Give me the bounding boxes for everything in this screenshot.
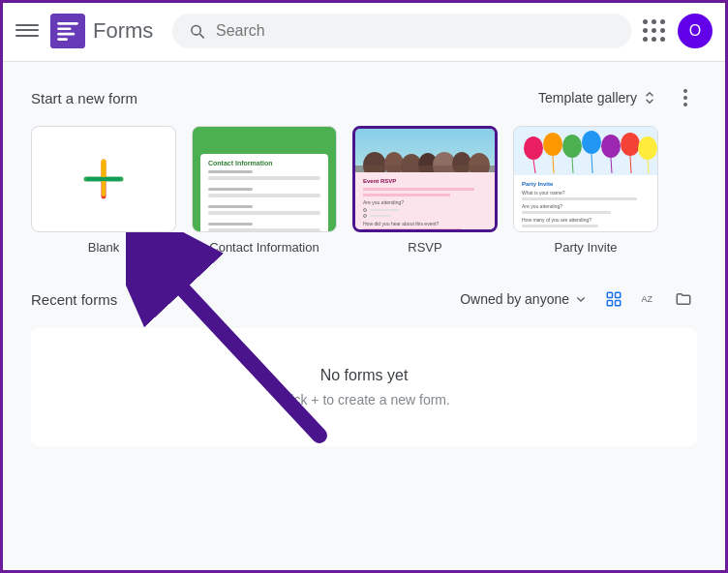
grid-view-button[interactable] bbox=[600, 286, 627, 313]
svg-rect-0 bbox=[50, 14, 85, 48]
rsvp-thumb: Event RSVP Are you attending? How did yo… bbox=[352, 126, 498, 232]
party-balloons-area bbox=[514, 127, 657, 175]
plus-icon bbox=[80, 156, 127, 202]
balloons-svg bbox=[514, 127, 657, 175]
svg-rect-38 bbox=[607, 301, 612, 306]
contact-label: Contact Information bbox=[209, 240, 318, 255]
header-right: O bbox=[643, 14, 713, 48]
contact-thumb: Contact Information bbox=[192, 126, 337, 232]
template-gallery-label: Template gallery bbox=[538, 90, 637, 106]
owner-filter-button[interactable]: Owned by anyone bbox=[460, 291, 589, 307]
view-toggle: AZ bbox=[600, 286, 697, 313]
folder-view-button[interactable] bbox=[670, 286, 697, 313]
blank-thumb bbox=[31, 126, 176, 232]
template-card-blank[interactable]: Blank bbox=[31, 126, 176, 255]
svg-point-24 bbox=[562, 135, 582, 158]
svg-rect-3 bbox=[57, 32, 75, 35]
party-label: Party Invite bbox=[554, 240, 617, 255]
svg-point-22 bbox=[543, 133, 562, 156]
svg-point-28 bbox=[601, 135, 621, 158]
folder-icon bbox=[675, 290, 692, 308]
recent-forms-title: Recent forms bbox=[31, 291, 117, 308]
templates-section-header: Start a new form Template gallery bbox=[31, 85, 697, 110]
forms-logo-icon bbox=[50, 14, 85, 48]
svg-text:AZ: AZ bbox=[642, 294, 653, 304]
logo-text: Forms bbox=[93, 18, 153, 44]
svg-rect-36 bbox=[607, 292, 612, 297]
template-cards-row: Blank Contact Information Contact Inform… bbox=[31, 126, 697, 255]
template-card-contact[interactable]: Contact Information Contact Information bbox=[192, 126, 337, 255]
svg-rect-1 bbox=[57, 22, 78, 25]
svg-point-20 bbox=[524, 136, 543, 160]
search-input[interactable] bbox=[216, 22, 616, 40]
template-gallery-button[interactable]: Template gallery bbox=[531, 85, 666, 110]
chevron-up-down-icon bbox=[641, 89, 658, 106]
rsvp-photo-svg bbox=[355, 129, 495, 172]
empty-state: No forms yet Click + to create a new for… bbox=[31, 328, 697, 446]
svg-point-26 bbox=[582, 131, 601, 154]
empty-state-subtitle: Click + to create a new form. bbox=[278, 392, 450, 407]
templates-title: Start a new form bbox=[31, 90, 137, 106]
svg-rect-4 bbox=[57, 38, 68, 41]
search-icon bbox=[188, 21, 206, 41]
search-bar[interactable] bbox=[172, 14, 631, 48]
svg-point-32 bbox=[638, 136, 657, 160]
app-header: Forms O bbox=[0, 0, 728, 62]
party-form-content: Party Invite What is your name? Are you … bbox=[514, 175, 657, 231]
avatar[interactable]: O bbox=[678, 14, 713, 48]
svg-rect-39 bbox=[616, 301, 621, 306]
sort-az-icon: AZ bbox=[640, 290, 657, 308]
logo-area: Forms bbox=[50, 14, 153, 48]
template-card-party[interactable]: Party Invite What is your name? Are you … bbox=[513, 126, 658, 255]
dropdown-arrow-icon bbox=[573, 291, 589, 307]
rsvp-image bbox=[355, 129, 495, 172]
svg-rect-18 bbox=[355, 166, 495, 172]
apps-grid-icon[interactable] bbox=[643, 19, 666, 43]
rsvp-label: RSVP bbox=[408, 240, 441, 255]
main-content: Start a new form Template gallery bbox=[0, 62, 728, 573]
blank-label: Blank bbox=[88, 240, 120, 255]
empty-state-title: No forms yet bbox=[320, 367, 409, 384]
svg-point-30 bbox=[621, 133, 640, 156]
more-options-icon[interactable] bbox=[674, 86, 697, 109]
recent-forms-header: Recent forms Owned by anyone bbox=[31, 286, 697, 313]
rsvp-form-content: Event RSVP Are you attending? How did yo… bbox=[355, 172, 495, 232]
template-card-rsvp[interactable]: Event RSVP Are you attending? How did yo… bbox=[352, 126, 498, 255]
party-thumb: Party Invite What is your name? Are you … bbox=[513, 126, 658, 232]
grid-view-icon bbox=[605, 290, 622, 308]
svg-rect-2 bbox=[57, 27, 71, 30]
owner-filter-label: Owned by anyone bbox=[460, 291, 569, 307]
sort-az-button[interactable]: AZ bbox=[635, 286, 662, 313]
svg-rect-37 bbox=[616, 292, 621, 297]
recent-forms-section: Recent forms Owned by anyone bbox=[31, 286, 697, 446]
menu-icon[interactable] bbox=[15, 19, 39, 43]
